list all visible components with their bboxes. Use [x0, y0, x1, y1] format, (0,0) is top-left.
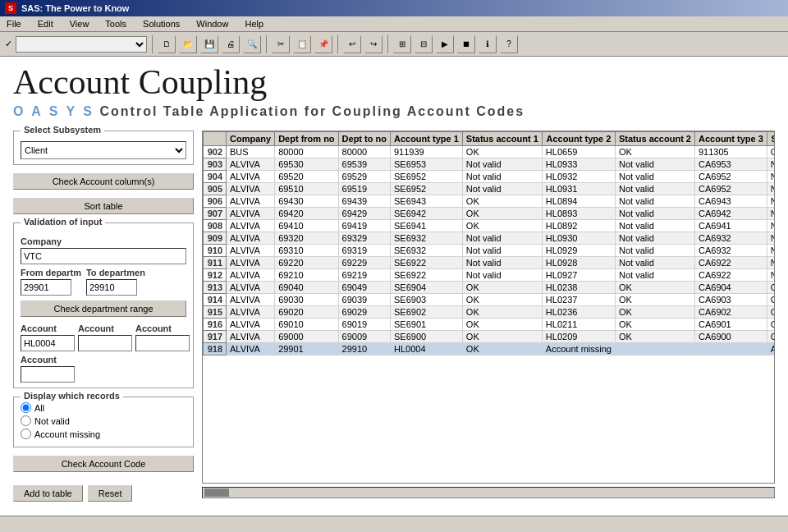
col-status2: Status account 2 — [615, 132, 694, 146]
radio-account-missing-label: Account missing — [34, 429, 100, 439]
from-dept-input[interactable] — [21, 279, 71, 296]
row-cell: OK — [462, 319, 542, 331]
account1-input[interactable] — [21, 335, 75, 351]
toolbar-run[interactable]: ▶ — [436, 35, 454, 53]
horizontal-scrollbar[interactable] — [202, 487, 775, 498]
toolbar-paste[interactable]: 📌 — [314, 35, 332, 53]
toolbar-undo[interactable]: ↩ — [343, 35, 361, 53]
toolbar-info[interactable]: ℹ — [479, 35, 497, 53]
row-number: 918 — [204, 343, 227, 355]
row-cell: HL0238 — [542, 282, 615, 294]
company-input[interactable] — [21, 248, 186, 264]
toolbar-copy[interactable]: 📋 — [293, 35, 311, 53]
radio-account-missing[interactable] — [21, 429, 31, 439]
toolbar-preview[interactable]: 🔍 — [243, 35, 261, 53]
table-row[interactable]: 907ALVIVA6942069429SE6942OKHL0893Not val… — [204, 208, 776, 220]
table-row[interactable]: 902BUS8000080000911939OKHL0659OK911305OK — [204, 146, 776, 158]
row-cell: OK — [767, 294, 775, 306]
row-cell: 29910 — [338, 343, 390, 355]
table-row[interactable]: 915ALVIVA6902069029SE6902OKHL0236OKCA690… — [204, 306, 776, 319]
add-to-table-button[interactable]: Add to table — [13, 485, 83, 502]
row-cell: Not... — [767, 220, 775, 232]
row-cell: BUS — [227, 146, 275, 158]
menu-solutions[interactable]: Solutions — [140, 18, 183, 30]
menu-tools[interactable]: Tools — [102, 18, 130, 30]
row-cell: OK — [615, 319, 694, 331]
row-cell: OK — [462, 331, 542, 343]
radio-not-valid[interactable] — [21, 415, 31, 426]
sort-table-button[interactable]: Sort table — [13, 198, 194, 214]
table-row[interactable]: 913ALVIVA6904069049SE6904OKHL0238OKCA690… — [204, 282, 776, 294]
subsystem-select[interactable]: Client Server Other — [21, 141, 186, 159]
col-dept-to: Dept to no — [338, 132, 390, 146]
check-account-code-button[interactable]: Check Account Code — [13, 456, 194, 472]
row-cell: 69010 — [275, 319, 338, 331]
menu-edit[interactable]: Edit — [34, 18, 57, 30]
row-cell: CA6904 — [694, 282, 767, 294]
table-row[interactable]: 909ALVIVA6932069329SE6932Not validHL0930… — [204, 232, 776, 245]
toolbar-help-btn[interactable]: ? — [500, 35, 518, 53]
toolbar-redo[interactable]: ↪ — [364, 35, 383, 53]
account2-input[interactable] — [78, 335, 132, 351]
menu-window[interactable]: Window — [193, 18, 231, 30]
window-title: SAS: The Power to Know — [21, 3, 129, 13]
to-dept-input[interactable] — [86, 279, 137, 296]
row-cell: Not valid — [615, 171, 694, 183]
table-row[interactable]: 910ALVIVA6931069319SE6932Not validHL0929… — [204, 245, 776, 257]
table-row[interactable]: 905ALVIVA6951069519SE6952Not validHL0931… — [204, 183, 776, 195]
row-cell: CA6932 — [694, 245, 767, 257]
row-cell: 69519 — [338, 183, 390, 195]
row-cell: 69000 — [275, 331, 338, 343]
row-cell: 69320 — [275, 232, 338, 245]
status-bar — [0, 516, 788, 532]
toolbar-print[interactable]: 🖨 — [222, 35, 240, 53]
table-row[interactable]: 904ALVIVA6952069529SE6952Not validHL0932… — [204, 171, 776, 183]
row-cell: HL0930 — [542, 232, 615, 245]
account3-input[interactable] — [135, 335, 190, 351]
toolbar-open[interactable]: 📂 — [179, 35, 197, 53]
table-row[interactable]: 911ALVIVA6922069229SE6922Not validHL0928… — [204, 257, 776, 269]
radio-all[interactable] — [21, 402, 31, 413]
page-subtitle: O A S Y S Control Table Application for … — [13, 104, 775, 119]
toolbar-b2[interactable]: ⊟ — [415, 35, 433, 53]
menu-file[interactable]: File — [3, 18, 25, 30]
row-number: 909 — [204, 232, 227, 245]
col-dept-from: Dept from no — [275, 132, 338, 146]
row-cell: HL0933 — [542, 158, 615, 171]
dept-row: From departm To departmen — [21, 268, 186, 296]
toolbar-cut[interactable]: ✂ — [272, 35, 290, 53]
row-cell: OK — [462, 343, 542, 355]
account4-input[interactable] — [21, 366, 75, 383]
table-row[interactable]: 912ALVIVA6921069219SE6922Not validHL0927… — [204, 269, 776, 282]
toolbar-new[interactable]: 🗋 — [158, 35, 176, 53]
title-bar: S SAS: The Power to Know — [0, 0, 788, 16]
table-wrapper[interactable]: Company Dept from no Dept to no Account … — [202, 131, 775, 484]
toolbar-save[interactable]: 💾 — [200, 35, 218, 53]
table-row[interactable]: 903ALVIVA6953069539SE6953Not validHL0933… — [204, 158, 776, 171]
toolbar-combo[interactable] — [16, 36, 147, 53]
row-cell: CA6952 — [694, 171, 767, 183]
row-cell: SE6953 — [390, 158, 462, 171]
row-cell: HL0209 — [542, 331, 615, 343]
reset-button[interactable]: Reset — [88, 485, 133, 502]
row-cell: 69539 — [338, 158, 390, 171]
check-account-columns-button[interactable]: Check Account column(s) — [13, 173, 194, 190]
row-cell — [615, 343, 694, 355]
row-cell: HL0659 — [542, 146, 615, 158]
toolbar-b1[interactable]: ⊞ — [393, 35, 411, 53]
table-row[interactable]: 906ALVIVA6943069439SE6943OKHL0894Not val… — [204, 195, 776, 208]
table-row[interactable]: 918ALVIVA2990129910HL0004OKAccount missi… — [204, 343, 776, 355]
toolbar-stop[interactable]: ⏹ — [457, 35, 475, 53]
table-row[interactable]: 908ALVIVA6941069419SE6941OKHL0892Not val… — [204, 220, 776, 232]
row-cell: Not... — [767, 269, 775, 282]
menu-view[interactable]: View — [66, 18, 93, 30]
row-cell: OK — [615, 306, 694, 319]
table-row[interactable]: 916ALVIVA6901069019SE6901OKHL0211OKCA690… — [204, 319, 776, 331]
table-row[interactable]: 917ALVIVA6900069009SE6900OKHL0209OKCA690… — [204, 331, 776, 343]
row-cell: CA6922 — [694, 269, 767, 282]
menu-help[interactable]: Help — [241, 18, 267, 30]
row-cell: ALVIVA — [227, 269, 275, 282]
row-cell: Not valid — [615, 183, 694, 195]
check-dept-button[interactable]: Check department range — [21, 300, 186, 317]
table-row[interactable]: 914ALVIVA6903069039SE6903OKHL0237OKCA690… — [204, 294, 776, 306]
